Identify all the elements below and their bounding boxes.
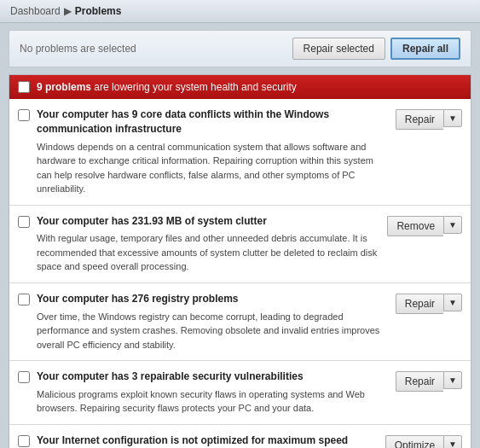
action-buttons: Repair selected Repair all xyxy=(292,38,460,60)
problem-action-button-4[interactable]: Optimize xyxy=(385,435,443,448)
main-content: 9 problems are lowering your system heal… xyxy=(9,74,471,448)
problem-item: Your computer has 3 repairable security … xyxy=(9,361,471,425)
problems-header: 9 problems are lowering your system heal… xyxy=(9,75,471,99)
problem-action-1: Remove ▼ xyxy=(387,216,462,236)
problem-checkbox-0[interactable] xyxy=(18,109,30,121)
problem-action-3: Repair ▼ xyxy=(396,371,462,392)
no-problems-label: No problems are selected xyxy=(20,43,136,55)
problem-action-dropdown-4[interactable]: ▼ xyxy=(443,435,462,448)
problems-count: 9 problems xyxy=(37,81,91,93)
problem-content-2: Your computer has 276 registry problems … xyxy=(37,292,389,352)
problem-action-dropdown-3[interactable]: ▼ xyxy=(443,371,462,389)
problem-item: Your Internet configuration is not optim… xyxy=(9,425,471,448)
problem-item: Your computer has 9 core data conflicts … xyxy=(9,99,471,206)
problem-content-1: Your computer has 231.93 MB of system cl… xyxy=(37,214,380,274)
problem-desc-1: With regular usage, temporary files and … xyxy=(37,231,380,274)
problem-action-4: Optimize ▼ xyxy=(385,435,462,448)
problem-title-2: Your computer has 276 registry problems xyxy=(37,292,389,306)
breadcrumb-arrow: ▶ xyxy=(64,5,72,17)
problems-list: Your computer has 9 core data conflicts … xyxy=(9,99,471,448)
problem-action-button-3[interactable]: Repair xyxy=(396,371,443,392)
problem-checkbox-3[interactable] xyxy=(18,371,30,383)
problem-content-4: Your Internet configuration is not optim… xyxy=(37,433,379,448)
problem-title-4: Your Internet configuration is not optim… xyxy=(37,433,379,448)
problem-action-dropdown-1[interactable]: ▼ xyxy=(443,216,462,234)
problem-action-dropdown-0[interactable]: ▼ xyxy=(443,109,462,127)
problem-desc-3: Malicious programs exploit known securit… xyxy=(37,387,389,416)
problem-title-3: Your computer has 3 repairable security … xyxy=(37,369,389,384)
problem-desc-2: Over time, the Windows registry can beco… xyxy=(37,310,389,352)
problem-content-0: Your computer has 9 core data conflicts … xyxy=(37,108,389,196)
problem-desc-0: Windows depends on a central communicati… xyxy=(37,140,389,196)
problem-title-1: Your computer has 231.93 MB of system cl… xyxy=(37,214,380,229)
breadcrumb-dashboard: Dashboard xyxy=(10,5,61,17)
problem-checkbox-4[interactable] xyxy=(18,435,30,447)
repair-selected-button[interactable]: Repair selected xyxy=(292,38,385,60)
problem-action-0: Repair ▼ xyxy=(396,109,462,130)
action-bar: No problems are selected Repair selected… xyxy=(9,30,471,67)
top-bar: Dashboard ▶ Problems xyxy=(0,0,480,23)
problems-header-text: 9 problems are lowering your system heal… xyxy=(37,81,297,93)
problem-checkbox-1[interactable] xyxy=(18,216,30,228)
repair-all-button[interactable]: Repair all xyxy=(390,38,460,60)
problem-action-dropdown-2[interactable]: ▼ xyxy=(443,294,462,311)
problem-action-2: Repair ▼ xyxy=(396,294,462,314)
breadcrumb-problems: Problems xyxy=(75,5,122,17)
select-all-checkbox[interactable] xyxy=(18,81,30,93)
problem-action-button-2[interactable]: Repair xyxy=(396,294,443,314)
problem-checkbox-2[interactable] xyxy=(18,294,30,305)
problem-item: Your computer has 276 registry problems … xyxy=(9,283,471,361)
problem-content-3: Your computer has 3 repairable security … xyxy=(37,369,389,416)
problem-title-0: Your computer has 9 core data conflicts … xyxy=(37,108,389,137)
problem-item: Your computer has 231.93 MB of system cl… xyxy=(9,206,471,283)
problem-action-button-1[interactable]: Remove xyxy=(387,216,443,236)
problem-action-button-0[interactable]: Repair xyxy=(396,109,443,130)
